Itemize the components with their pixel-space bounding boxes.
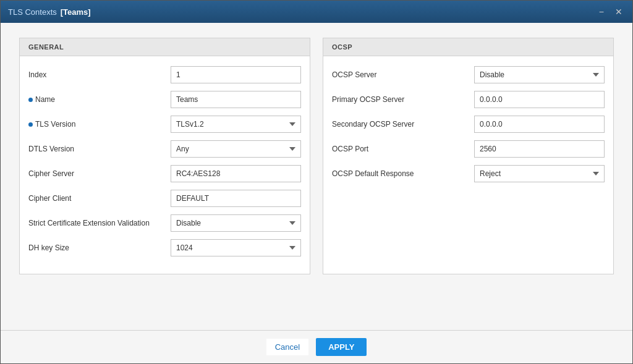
ocsp-server-row: OCSP Server Disable Enable (332, 66, 605, 83)
title-bar: TLS Contexts [Teams] − ✕ (1, 1, 632, 23)
ocsp-port-label: OCSP Port (332, 145, 474, 153)
content-area: GENERAL Index Name (1, 23, 632, 330)
cipher-client-field[interactable] (171, 190, 301, 207)
panels-container: GENERAL Index Name (19, 38, 614, 274)
ocsp-server-select[interactable]: Disable Enable (474, 66, 605, 83)
primary-ocsp-row: Primary OCSP Server (332, 91, 605, 108)
tls-version-label: TLS Version (28, 120, 171, 129)
secondary-ocsp-row: Secondary OCSP Server (332, 116, 605, 133)
strict-cert-label: Strict Certificate Extension Validation (28, 219, 171, 227)
strict-cert-row: Strict Certificate Extension Validation … (28, 214, 301, 232)
ocsp-port-field[interactable] (474, 140, 605, 158)
footer: Cancel APPLY (1, 330, 632, 363)
ocsp-default-select[interactable]: Reject Allow (474, 165, 605, 182)
tls-required-dot (28, 122, 33, 127)
ocsp-panel-body: OCSP Server Disable Enable Primary OCSP … (323, 56, 613, 200)
name-label: Name (28, 95, 171, 104)
cipher-server-row: Cipher Server (28, 165, 301, 182)
ocsp-server-label: OCSP Server (332, 70, 474, 79)
dtls-version-row: DTLS Version Any DTLSv1.0 DTLSv1.2 (28, 140, 301, 158)
name-required-dot (28, 98, 33, 102)
primary-ocsp-label: Primary OCSP Server (332, 95, 474, 104)
secondary-ocsp-label: Secondary OCSP Server (332, 120, 474, 129)
title-bar-left: TLS Contexts [Teams] (8, 7, 91, 17)
general-panel: GENERAL Index Name (19, 38, 310, 274)
name-field[interactable] (171, 91, 301, 108)
ocsp-panel-header: OCSP (323, 38, 613, 56)
tls-version-row: TLS Version TLSv1.2 TLSv1.1 TLSv1.0 Any (28, 116, 301, 133)
apply-button[interactable]: APPLY (316, 338, 367, 356)
cipher-client-label: Cipher Client (28, 194, 171, 203)
cipher-server-field[interactable] (171, 165, 301, 182)
strict-cert-select[interactable]: Disable Enable (171, 214, 301, 232)
name-row: Name (28, 91, 301, 108)
main-window: TLS Contexts [Teams] − ✕ GENERAL Index (0, 0, 633, 364)
close-button[interactable]: ✕ (613, 7, 625, 16)
minimize-button[interactable]: − (597, 7, 606, 16)
context-name: [Teams] (61, 7, 91, 17)
cipher-client-row: Cipher Client (28, 190, 301, 207)
general-panel-header: GENERAL (20, 38, 310, 56)
primary-ocsp-field[interactable] (474, 91, 605, 108)
app-title: TLS Contexts (8, 7, 57, 17)
cipher-server-label: Cipher Server (28, 169, 171, 178)
ocsp-panel: OCSP OCSP Server Disable Enable (323, 38, 614, 274)
title-bar-controls: − ✕ (597, 7, 625, 16)
index-row: Index (28, 66, 301, 83)
general-panel-body: Index Name (20, 56, 310, 274)
ocsp-default-row: OCSP Default Response Reject Allow (332, 165, 605, 182)
ocsp-default-label: OCSP Default Response (332, 169, 474, 178)
dh-key-label: DH key Size (28, 243, 171, 252)
dh-key-row: DH key Size 1024 2048 4096 (28, 239, 301, 256)
ocsp-port-row: OCSP Port (332, 140, 605, 158)
dh-key-select[interactable]: 1024 2048 4096 (171, 239, 301, 256)
cancel-button[interactable]: Cancel (266, 339, 308, 355)
index-label: Index (28, 70, 171, 79)
dtls-version-select[interactable]: Any DTLSv1.0 DTLSv1.2 (171, 140, 301, 158)
index-field[interactable] (171, 66, 301, 83)
tls-version-select[interactable]: TLSv1.2 TLSv1.1 TLSv1.0 Any (171, 116, 301, 133)
secondary-ocsp-field[interactable] (474, 116, 605, 133)
dtls-version-label: DTLS Version (28, 145, 171, 153)
